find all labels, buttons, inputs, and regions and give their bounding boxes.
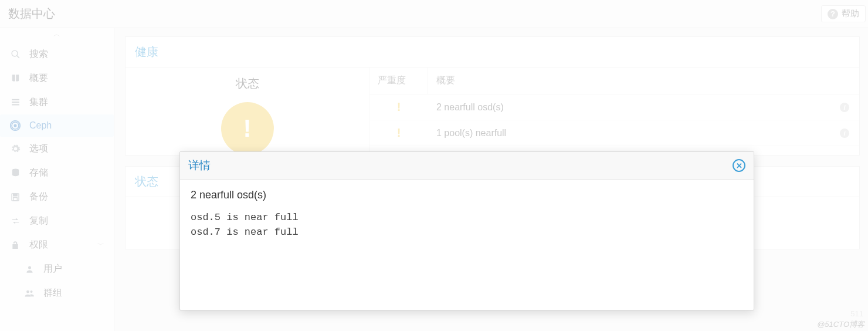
close-icon: ✕: [736, 161, 742, 170]
modal-overlay: 详情 ✕ 2 nearfull osd(s) osd.5 is near ful…: [0, 0, 868, 331]
modal-close-button[interactable]: ✕: [733, 159, 745, 172]
modal-title: 详情: [188, 158, 211, 173]
modal-body-text: osd.5 is near full osd.7 is near full: [191, 211, 743, 239]
modal-heading: 2 nearfull osd(s): [191, 189, 743, 201]
details-modal: 详情 ✕ 2 nearfull osd(s) osd.5 is near ful…: [179, 151, 754, 310]
